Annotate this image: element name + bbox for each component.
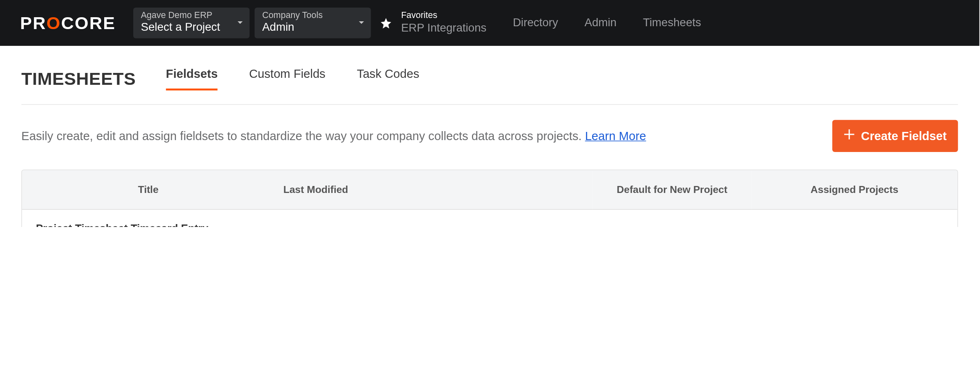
nav-link-directory[interactable]: Directory <box>513 16 558 29</box>
project-selector-bottom: Select a Project <box>141 21 242 34</box>
company-tools-bottom: Admin <box>262 21 363 34</box>
description-row: Easily create, edit and assign fieldsets… <box>0 105 979 170</box>
procore-logo[interactable]: PROCORE <box>20 13 116 33</box>
col-header-title: Title <box>22 170 275 209</box>
description-text: Easily create, edit and assign fieldsets… <box>21 129 646 143</box>
page-title: TIMESHEETS <box>21 69 136 89</box>
page-header: TIMESHEETS Fieldsets Custom Fields Task … <box>0 46 979 91</box>
nav-link-admin[interactable]: Admin <box>584 16 616 29</box>
tabs: Fieldsets Custom Fields Task Codes <box>166 67 419 91</box>
tab-fieldsets[interactable]: Fieldsets <box>166 67 218 91</box>
chevron-down-icon <box>237 17 243 29</box>
plus-icon <box>843 129 855 143</box>
table-header-row: Title Last Modified Default for New Proj… <box>22 170 957 209</box>
favorites-link[interactable]: ERP Integrations <box>401 20 486 36</box>
project-selector-dropdown[interactable]: Agave Demo ERP Select a Project <box>133 8 250 38</box>
chevron-down-icon <box>358 17 365 29</box>
top-nav: PROCORE Agave Demo ERP Select a Project … <box>0 0 979 46</box>
col-header-projects: Assigned Projects <box>752 170 957 209</box>
learn-more-link[interactable]: Learn More <box>585 129 646 142</box>
project-selector-top: Agave Demo ERP <box>141 10 242 21</box>
tab-task-codes[interactable]: Task Codes <box>357 67 419 91</box>
tab-custom-fields[interactable]: Custom Fields <box>249 67 326 91</box>
favorites-label: Favorites <box>401 10 486 20</box>
company-tools-dropdown[interactable]: Company Tools Admin <box>255 8 371 38</box>
favorites-block: Favorites ERP Integrations <box>401 10 486 36</box>
create-fieldset-label: Create Fieldset <box>861 129 947 143</box>
col-header-modified: Last Modified <box>275 170 593 209</box>
section-header-row: Project Timesheet Timecard Entry <box>22 209 957 227</box>
fieldsets-table: Title Last Modified Default for New Proj… <box>21 170 958 227</box>
company-tools-top: Company Tools <box>262 10 363 21</box>
section-title: Project Timesheet Timecard Entry <box>22 209 957 227</box>
col-header-default: Default for New Project <box>593 170 752 209</box>
create-fieldset-button[interactable]: Create Fieldset <box>832 120 958 152</box>
header-nav-links: Directory Admin Timesheets <box>513 16 701 29</box>
nav-link-timesheets[interactable]: Timesheets <box>643 16 701 29</box>
favorites-star-icon[interactable] <box>380 17 392 29</box>
description-body: Easily create, edit and assign fieldsets… <box>21 129 585 142</box>
